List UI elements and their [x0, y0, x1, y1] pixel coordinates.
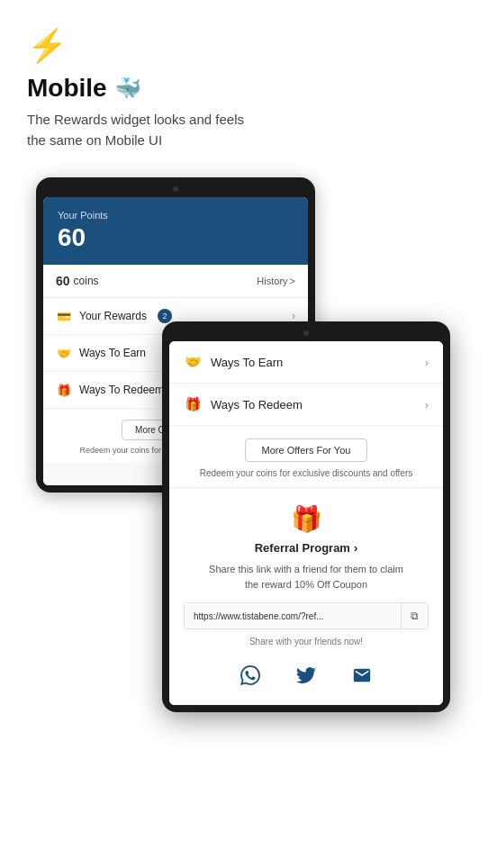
title-text: Mobile [27, 74, 107, 103]
coins-num: 60 [56, 274, 70, 288]
front-earn-chevron: › [425, 356, 429, 369]
points-label: Your Points [58, 210, 294, 221]
tablet-back-camera [173, 186, 178, 192]
front-item-left-earn: 🤝 Ways To Earn [184, 354, 283, 370]
page-subtitle: The Rewards widget looks and feels the s… [27, 110, 261, 150]
front-earn-label: Ways To Earn [211, 356, 283, 369]
tablet-front: 🤝 Ways To Earn › 🎁 Ways To Redeem › More… [162, 321, 450, 712]
front-redeem-label: Ways To Redeem [211, 398, 303, 411]
twitter-icon[interactable] [292, 661, 321, 690]
front-offers-text: Redeem your coins for exclusive discount… [200, 468, 413, 478]
front-referral-title-text: Referral Program [255, 541, 350, 555]
front-referral-section: 🎁 Referral Program › Share this link wit… [169, 488, 443, 705]
front-menu-item-redeem[interactable]: 🎁 Ways To Redeem › [169, 384, 443, 426]
front-redeem-icon: 🎁 [184, 396, 202, 412]
coins-left: 60 coins [56, 274, 99, 288]
tablet-front-screen: 🤝 Ways To Earn › 🎁 Ways To Redeem › More… [169, 341, 443, 705]
email-icon[interactable] [348, 661, 376, 690]
rewards-badge: 2 [158, 309, 172, 323]
front-item-left-redeem: 🎁 Ways To Redeem [184, 396, 303, 412]
earn-icon: 🤝 [56, 345, 72, 361]
screen-header-blue: Your Points 60 [43, 197, 308, 265]
front-offers-button[interactable]: More Offers For You [245, 439, 368, 462]
rewards-icon: 💳 [56, 308, 72, 324]
points-value: 60 [58, 223, 294, 252]
history-chevron: > [290, 276, 295, 286]
front-share-icons-row [236, 654, 376, 693]
coins-label: coins [74, 275, 99, 287]
page-wrapper: ⚡ Mobile 🐳 The Rewards widget looks and … [0, 0, 488, 781]
front-referral-desc: Share this link with a friend for them t… [207, 562, 405, 592]
title-emoji: 🐳 [114, 76, 141, 101]
front-referral-link-text: https://www.tistabene.com/?ref... [185, 605, 401, 628]
history-text: History [257, 276, 287, 286]
earn-label: Ways To Earn [79, 347, 146, 359]
rewards-chevron: › [292, 310, 295, 322]
item-left-redeem: 🎁 Ways To Redeem [56, 382, 164, 398]
front-menu-item-earn[interactable]: 🤝 Ways To Earn › [169, 341, 443, 384]
front-share-label: Share with your friends now! [249, 637, 363, 646]
redeem-icon: 🎁 [56, 382, 72, 398]
coins-row: 60 coins History > [43, 265, 308, 298]
item-left-rewards: 💳 Your Rewards 2 [56, 308, 172, 324]
lightning-icon: ⚡ [27, 27, 461, 65]
front-offers-section: More Offers For You Redeem your coins fo… [169, 426, 443, 488]
rewards-label: Your Rewards [79, 310, 147, 322]
history-link[interactable]: History > [257, 276, 295, 286]
copy-icon[interactable]: ⧉ [401, 603, 428, 628]
front-referral-link-row: https://www.tistabene.com/?ref... ⧉ [184, 602, 429, 629]
front-referral-icon: 🎁 [291, 504, 322, 534]
redeem-label: Ways To Redeem [79, 384, 164, 396]
front-referral-title: Referral Program › [255, 541, 358, 555]
page-title: Mobile 🐳 [27, 74, 461, 103]
tablet-front-camera [303, 330, 309, 336]
front-referral-title-arrow: › [354, 541, 357, 555]
item-left-earn: 🤝 Ways To Earn [56, 345, 146, 361]
front-earn-icon: 🤝 [184, 354, 202, 370]
whatsapp-icon[interactable] [236, 661, 265, 690]
front-redeem-chevron: › [425, 398, 429, 411]
tablets-wrapper: Your Points 60 60 coins History > [27, 177, 461, 745]
